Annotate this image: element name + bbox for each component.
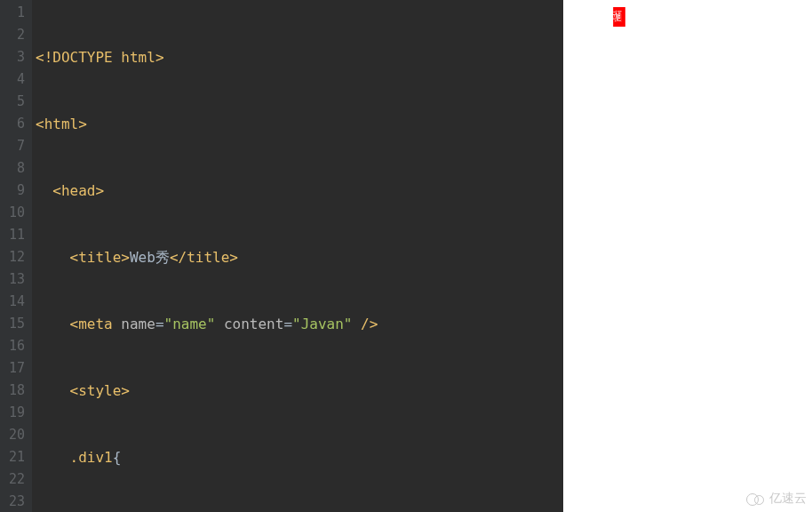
line-number: 12	[0, 246, 25, 268]
line-number: 4	[0, 68, 25, 91]
line-number: 6	[0, 113, 25, 135]
line-number: 21	[0, 446, 25, 468]
line-number: 7	[0, 135, 25, 157]
line-number: 9	[0, 180, 25, 202]
line-number: 20	[0, 424, 25, 446]
code-line: <html>	[32, 113, 563, 135]
line-number: 1	[0, 2, 25, 24]
line-number: 14	[0, 291, 25, 313]
preview-pane: 动画	[563, 0, 812, 512]
animated-div: 动画	[613, 7, 625, 27]
code-line: <head>	[32, 180, 563, 202]
line-number: 13	[0, 268, 25, 291]
watermark-text: 亿速云	[769, 491, 807, 507]
line-number: 16	[0, 335, 25, 357]
line-number: 11	[0, 224, 25, 246]
line-number: 17	[0, 357, 25, 380]
code-line: <style>	[32, 380, 563, 402]
code-editor[interactable]: 1 2 3 4 5 6 7 8 9 10 11 12 13 14 15 16 1…	[0, 0, 563, 512]
code-line: .div1{	[32, 446, 563, 468]
line-number: 19	[0, 402, 25, 424]
line-number: 10	[0, 202, 25, 224]
line-number: 23	[0, 491, 25, 512]
code-content[interactable]: <!DOCTYPE html> <html> <head> <title>Web…	[32, 0, 563, 512]
line-number: 5	[0, 91, 25, 113]
line-number: 2	[0, 24, 25, 46]
line-number-gutter: 1 2 3 4 5 6 7 8 9 10 11 12 13 14 15 16 1…	[0, 0, 32, 512]
code-line: <!DOCTYPE html>	[32, 46, 563, 68]
code-line: <meta name="name" content="Javan" />	[32, 313, 563, 335]
watermark: 亿速云	[746, 491, 807, 507]
line-number: 22	[0, 468, 25, 491]
line-number: 8	[0, 157, 25, 180]
line-number: 15	[0, 313, 25, 335]
cloud-icon	[746, 492, 766, 505]
line-number: 3	[0, 46, 25, 68]
line-number: 18	[0, 380, 25, 402]
code-line: <title>Web秀</title>	[32, 246, 563, 268]
